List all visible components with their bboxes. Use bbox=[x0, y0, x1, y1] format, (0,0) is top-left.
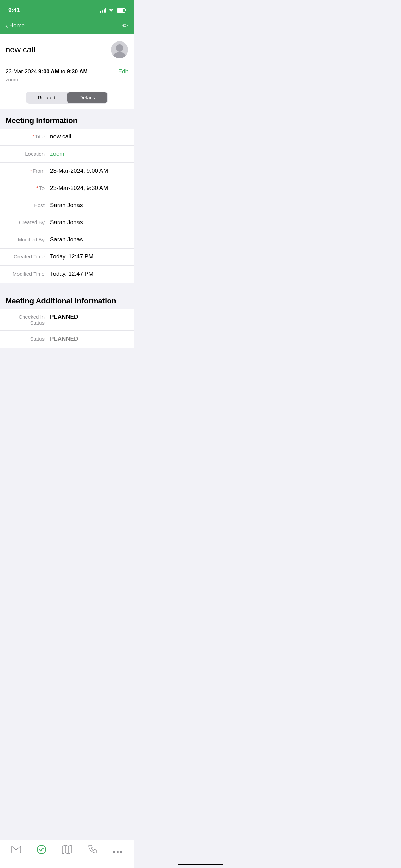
signal-icon bbox=[100, 8, 106, 13]
field-checked-in-status: Checked In Status PLANNED bbox=[0, 309, 134, 331]
required-star-to: * bbox=[36, 185, 38, 191]
field-created-by: Created By Sarah Jonas bbox=[0, 214, 134, 231]
field-status: Status PLANNED bbox=[0, 331, 134, 348]
tab-container: Related Details bbox=[26, 92, 108, 104]
label-to: *To bbox=[5, 185, 50, 191]
label-created-time: Created Time bbox=[5, 253, 50, 260]
location-text: zoom bbox=[5, 76, 128, 82]
tab-related[interactable]: Related bbox=[26, 92, 67, 103]
meeting-additional-card: Checked In Status PLANNED Status PLANNED bbox=[0, 309, 134, 348]
date-time-text: 23-Mar-2024 9:00 AM to 9:30 AM bbox=[5, 69, 88, 75]
required-star-from: * bbox=[30, 168, 32, 174]
value-from: 23-Mar-2024, 9:00 AM bbox=[50, 168, 128, 174]
field-location: Location zoom bbox=[0, 146, 134, 163]
section-gap bbox=[0, 283, 134, 290]
avatar bbox=[111, 41, 128, 58]
value-host: Sarah Jonas bbox=[50, 202, 128, 209]
status-bar: 9:41 bbox=[0, 0, 134, 17]
label-location: Location bbox=[5, 150, 50, 157]
tab-switcher: Related Details bbox=[0, 88, 134, 109]
back-chevron-icon: ‹ bbox=[5, 22, 8, 30]
label-checked-in-status: Checked In Status bbox=[5, 314, 50, 326]
back-label: Home bbox=[9, 22, 25, 29]
edit-button[interactable]: Edit bbox=[118, 68, 128, 75]
value-created-by: Sarah Jonas bbox=[50, 219, 128, 226]
wifi-icon bbox=[108, 8, 114, 13]
meeting-info-header: Meeting Information bbox=[0, 109, 134, 129]
header-section: new call bbox=[0, 34, 134, 64]
label-created-by: Created By bbox=[5, 219, 50, 225]
field-title: *Title new call bbox=[0, 129, 134, 146]
nav-bar: ‹ Home ✏ bbox=[0, 17, 134, 34]
field-created-time: Created Time Today, 12:47 PM bbox=[0, 249, 134, 266]
field-modified-by: Modified By Sarah Jonas bbox=[0, 231, 134, 249]
date-section: 23-Mar-2024 9:00 AM to 9:30 AM Edit zoom bbox=[0, 64, 134, 88]
edit-icon[interactable]: ✏ bbox=[122, 22, 128, 30]
meeting-info-title: Meeting Information bbox=[5, 116, 77, 125]
label-modified-by: Modified By bbox=[5, 236, 50, 242]
svg-point-0 bbox=[116, 44, 123, 52]
value-location: zoom bbox=[50, 150, 128, 157]
battery-icon bbox=[117, 8, 125, 13]
tab-details[interactable]: Details bbox=[67, 92, 107, 103]
field-modified-time: Modified Time Today, 12:47 PM bbox=[0, 266, 134, 283]
meeting-info-card: *Title new call Location zoom *From 23-M… bbox=[0, 129, 134, 283]
value-checked-in-status: PLANNED bbox=[50, 314, 128, 321]
meeting-additional-title: Meeting Additional Information bbox=[5, 297, 116, 305]
label-status: Status bbox=[5, 336, 50, 342]
field-to: *To 23-Mar-2024, 9:30 AM bbox=[0, 180, 134, 197]
value-modified-by: Sarah Jonas bbox=[50, 236, 128, 243]
required-star-title: * bbox=[32, 134, 34, 140]
value-status: PLANNED bbox=[50, 336, 128, 342]
status-icons bbox=[100, 8, 125, 13]
value-modified-time: Today, 12:47 PM bbox=[50, 270, 128, 277]
svg-point-1 bbox=[113, 52, 126, 58]
record-title: new call bbox=[5, 45, 35, 55]
field-host: Host Sarah Jonas bbox=[0, 197, 134, 214]
label-modified-time: Modified Time bbox=[5, 270, 50, 277]
value-title: new call bbox=[50, 133, 128, 140]
value-to: 23-Mar-2024, 9:30 AM bbox=[50, 185, 128, 192]
value-created-time: Today, 12:47 PM bbox=[50, 253, 128, 260]
label-host: Host bbox=[5, 202, 50, 208]
back-button[interactable]: ‹ Home bbox=[5, 22, 25, 30]
status-time: 9:41 bbox=[8, 7, 20, 14]
meeting-additional-header: Meeting Additional Information bbox=[0, 290, 134, 309]
label-title: *Title bbox=[5, 133, 50, 140]
label-from: *From bbox=[5, 168, 50, 174]
field-from: *From 23-Mar-2024, 9:00 AM bbox=[0, 163, 134, 180]
